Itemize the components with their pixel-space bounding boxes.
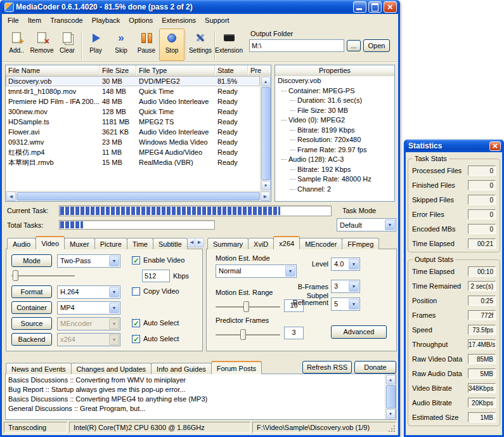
scroll-up-icon[interactable]: [261, 77, 271, 86]
resize-grip[interactable]: [387, 424, 396, 433]
tab[interactable]: Video: [36, 236, 65, 249]
menu-item[interactable]: Extensions: [157, 15, 200, 26]
tab[interactable]: News and Events: [6, 363, 72, 374]
chevron-down-icon[interactable]: [349, 259, 359, 270]
vscroll-thumb[interactable]: [386, 385, 396, 408]
file-row[interactable]: Premiere HD Film - IFA 200... 48 MB Audi…: [6, 96, 260, 107]
mode-button[interactable]: Mode: [11, 254, 52, 267]
video-mode-select[interactable]: Two-Pass: [57, 254, 120, 268]
file-row[interactable]: 红模仿.mp4 11 MB MPEG4 Audio/Video Ready: [6, 147, 260, 157]
tab[interactable]: FFmpeg: [342, 238, 379, 249]
tab[interactable]: Muxer: [64, 238, 95, 249]
column-file-size[interactable]: File Size: [100, 65, 136, 75]
level-select[interactable]: 4.0: [331, 258, 360, 271]
tab[interactable]: XviD: [248, 238, 274, 249]
slider-thumb[interactable]: [243, 301, 249, 312]
property-item[interactable]: Resolution: 720x480: [275, 135, 394, 145]
format-button[interactable]: Format: [11, 285, 52, 298]
pause-button[interactable]: Pause: [134, 29, 159, 61]
property-item[interactable]: Duration: 31.6 sec(s): [275, 96, 394, 106]
play-button[interactable]: Play: [83, 29, 108, 61]
bframes-spinner[interactable]: 3: [331, 280, 360, 293]
property-item[interactable]: Frame Rate: 29.97 fps: [275, 145, 394, 155]
settings-button[interactable]: Settings: [188, 29, 213, 61]
slider-thumb[interactable]: [240, 329, 246, 340]
file-row[interactable]: 本草纲目.rmvb 15 MB RealMedia (VBR) Ready: [6, 157, 260, 167]
forum-post-item[interactable]: Bug Report :: Startup always gives me th…: [6, 385, 385, 395]
backend-button[interactable]: Backend: [11, 333, 52, 346]
column-file-name[interactable]: File Name: [6, 65, 100, 75]
property-item[interactable]: Sample Rate: 48000 Hz: [275, 174, 394, 185]
property-item[interactable]: Channel: 2: [275, 185, 394, 195]
scroll-left-icon[interactable]: [6, 192, 16, 201]
tab[interactable]: Forum Posts: [211, 361, 262, 374]
close-button[interactable]: [384, 1, 397, 13]
chevron-down-icon[interactable]: [109, 256, 119, 266]
maximize-button[interactable]: [368, 1, 382, 13]
forum-post-item[interactable]: Basics Discussions :: Converting from WM…: [6, 375, 385, 385]
tab[interactable]: Time: [127, 238, 153, 249]
refresh-rss-button[interactable]: Refresh RSS: [302, 361, 352, 374]
file-row[interactable]: HDSample.ts 1181 MB MPEG2 TS Ready: [6, 117, 260, 127]
tab[interactable]: Subtitle: [153, 238, 188, 249]
property-item[interactable]: Discovery.vob: [275, 76, 394, 86]
menu-item[interactable]: Support: [200, 15, 234, 26]
skip-button[interactable]: Skip: [108, 29, 134, 61]
file-list-vscrollbar[interactable]: [260, 76, 271, 191]
tab[interactable]: MEncoder: [299, 238, 342, 249]
enable-video-checkbox[interactable]: Enable Video: [132, 256, 184, 264]
scroll-right-icon[interactable]: [261, 192, 270, 201]
motion-est-range-slider[interactable]: [216, 301, 280, 313]
statistics-close-button[interactable]: [489, 141, 501, 151]
container-select[interactable]: MP4: [57, 301, 120, 315]
file-row[interactable]: 09312.wmv 23 MB Windows Media Video Read…: [6, 137, 260, 147]
file-row[interactable]: tmnt-tlr1_h1080p.mov 148 MB Quick Time R…: [6, 86, 260, 96]
forum-vscrollbar[interactable]: [385, 374, 396, 419]
video-bitrate-input[interactable]: [142, 270, 170, 282]
file-row[interactable]: 300new.mov 128 MB Quick Time Ready: [6, 107, 260, 117]
file-row[interactable]: Flower.avi 3621 KB Audio Video Interleav…: [6, 127, 260, 137]
column-preset[interactable]: Pre: [248, 65, 271, 75]
property-item[interactable]: Bitrate: 8199 Kbps: [275, 126, 394, 136]
video-bitrate-slider[interactable]: [11, 270, 75, 282]
scroll-down-icon[interactable]: [386, 409, 396, 419]
title-bar[interactable]: MediaCoder 0.6.1.4020 - 81.5% done (pass…: [2, 0, 398, 14]
vscroll-thumb[interactable]: [261, 87, 271, 180]
add-button[interactable]: Add..: [4, 29, 29, 61]
donate-button[interactable]: Donate: [354, 361, 396, 374]
output-folder-input[interactable]: [249, 39, 344, 52]
chevron-down-icon[interactable]: [109, 303, 119, 313]
predictor-frames-slider[interactable]: [216, 329, 280, 341]
column-state[interactable]: State: [215, 65, 248, 75]
menu-item[interactable]: Transcode: [46, 15, 87, 26]
tab[interactable]: Changes and Updates: [71, 363, 152, 374]
extension-button[interactable]: Extension: [216, 29, 242, 61]
file-list-hscrollbar[interactable]: [6, 191, 271, 201]
property-item[interactable]: File Size: 30 MB: [275, 106, 394, 116]
spinner-icon[interactable]: [349, 281, 359, 292]
stop-button[interactable]: Stop: [159, 29, 184, 61]
clear-button[interactable]: Clear: [55, 29, 80, 61]
property-item[interactable]: Video (0): MPEG2: [275, 115, 394, 126]
tab[interactable]: Picture: [94, 238, 127, 249]
predictor-frames-value[interactable]: 3: [284, 327, 304, 339]
property-item[interactable]: Audio (128): AC-3: [275, 155, 394, 165]
menu-item[interactable]: Options: [124, 15, 157, 26]
forum-post-item[interactable]: General Discussions :: Great Program, bu…: [6, 404, 385, 414]
spinner-icon[interactable]: [349, 299, 359, 310]
scroll-up-icon[interactable]: [386, 375, 396, 384]
advanced-button[interactable]: Advanced: [331, 325, 387, 339]
container-button[interactable]: Container: [11, 301, 52, 314]
task-mode-select[interactable]: Default: [337, 218, 396, 232]
scroll-down-icon[interactable]: [261, 181, 271, 190]
menu-item[interactable]: Item: [23, 15, 46, 26]
video-format-select[interactable]: H.264: [57, 285, 120, 299]
backend-auto-select-checkbox[interactable]: Auto Select: [132, 335, 179, 343]
statistics-title-bar[interactable]: Statistics: [406, 140, 502, 152]
copy-video-checkbox[interactable]: Copy Video: [132, 287, 179, 296]
menu-item[interactable]: Playback: [87, 15, 125, 26]
tab[interactable]: Audio: [7, 238, 36, 249]
column-file-type[interactable]: File Type: [136, 65, 215, 75]
tab[interactable]: x264: [273, 236, 300, 249]
subpel-refinement-spinner[interactable]: 5: [331, 297, 360, 311]
